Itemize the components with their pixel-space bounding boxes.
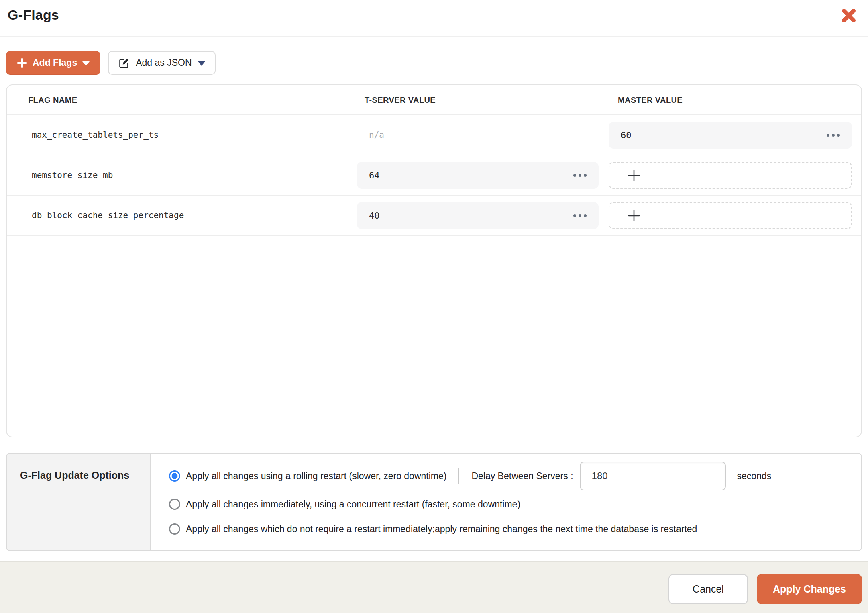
radio-label: Apply all changes which do not require a… [186, 524, 697, 535]
flag-name: db_block_cache_size_percentage [32, 210, 184, 220]
radio-concurrent-restart[interactable] [169, 499, 180, 510]
modal-header: G-Flags [0, 0, 868, 37]
more-options-icon[interactable] [827, 134, 840, 137]
more-options-icon[interactable] [573, 214, 587, 217]
tserver-value: 40 [369, 210, 380, 221]
tserver-value-cell[interactable]: 40 [357, 202, 599, 229]
caret-down-icon [82, 61, 90, 66]
add-flags-label: Add Flags [33, 57, 77, 68]
add-master-value-button[interactable] [609, 162, 852, 189]
radio-label: Apply all changes using a rolling restar… [186, 471, 446, 482]
gflag-update-options-panel: G-Flag Update Options Apply all changes … [6, 453, 862, 551]
options-body: Apply all changes using a rolling restar… [151, 454, 861, 550]
flags-table-header: FLAG NAME T-SERVER VALUE MASTER VALUE [7, 85, 861, 115]
plus-icon [17, 58, 27, 68]
table-row: memstore_size_mb 64 [7, 155, 861, 196]
tserver-value-cell[interactable]: 64 [357, 162, 599, 189]
plus-icon [627, 209, 641, 223]
radio-rolling-restart[interactable] [169, 470, 180, 482]
concurrent-restart-option: Apply all changes immediately, using a c… [169, 497, 861, 511]
column-header-tserver-value: T-SERVER VALUE [365, 85, 436, 115]
tserver-value: 64 [369, 170, 380, 180]
flag-name: memstore_size_mb [32, 170, 113, 180]
options-title: G-Flag Update Options [20, 470, 150, 481]
add-as-json-label: Add as JSON [136, 57, 192, 68]
modal-footer: Cancel Apply Changes [0, 561, 868, 613]
add-flags-button[interactable]: Add Flags [6, 51, 100, 75]
add-as-json-button[interactable]: Add as JSON [108, 51, 215, 75]
table-row: db_block_cache_size_percentage 40 [7, 196, 861, 236]
flag-name: max_create_tablets_per_ts [32, 130, 159, 140]
page-title: G-Flags [8, 7, 59, 23]
seconds-unit-label: seconds [737, 471, 772, 482]
edit-icon [118, 57, 130, 69]
close-button[interactable] [838, 6, 859, 27]
rolling-restart-option: Apply all changes using a rolling restar… [169, 462, 861, 490]
plus-icon [627, 169, 641, 182]
radio-no-restart[interactable] [169, 523, 180, 535]
more-options-icon[interactable] [573, 174, 587, 177]
close-icon [839, 6, 858, 25]
tserver-value-empty: n/a [369, 130, 384, 140]
no-restart-option: Apply all changes which do not require a… [169, 522, 861, 536]
cancel-button[interactable]: Cancel [668, 574, 748, 604]
options-label-pane: G-Flag Update Options [7, 454, 151, 550]
column-header-flag-name: FLAG NAME [28, 85, 77, 115]
delay-between-servers-label: Delay Between Servers : [471, 471, 573, 482]
apply-changes-button[interactable]: Apply Changes [757, 574, 862, 604]
flags-table: FLAG NAME T-SERVER VALUE MASTER VALUE ma… [6, 84, 862, 437]
master-value: 60 [621, 130, 632, 140]
column-header-master-value: MASTER VALUE [618, 85, 683, 115]
divider [458, 468, 459, 484]
delay-between-servers-input[interactable] [580, 462, 726, 490]
radio-label: Apply all changes immediately, using a c… [186, 499, 520, 510]
master-value-cell[interactable]: 60 [609, 122, 852, 149]
caret-down-icon [198, 61, 205, 66]
toolbar: Add Flags Add as JSON [6, 51, 868, 75]
table-row: max_create_tablets_per_ts n/a 60 [7, 115, 861, 155]
add-master-value-button[interactable] [609, 202, 852, 229]
